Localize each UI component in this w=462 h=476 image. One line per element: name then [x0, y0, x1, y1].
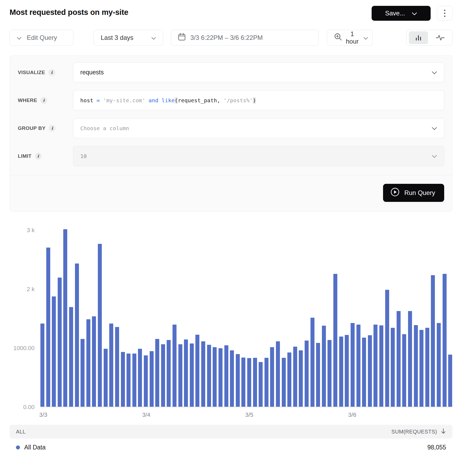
bar[interactable] [144, 355, 148, 407]
interval-select[interactable]: 1 hour [327, 30, 373, 46]
bar[interactable] [132, 354, 136, 407]
info-icon[interactable]: i [35, 153, 42, 160]
bar[interactable] [276, 341, 280, 407]
y-tick-label: 2 k [27, 286, 40, 293]
y-tick-label: 0.00 [23, 404, 40, 411]
bar[interactable] [150, 351, 154, 407]
bar[interactable] [299, 350, 303, 407]
bar[interactable] [224, 345, 228, 407]
bar[interactable] [373, 325, 377, 407]
bar[interactable] [127, 354, 131, 407]
bar[interactable] [230, 350, 234, 407]
series-color-dot [16, 445, 20, 449]
bar[interactable] [351, 323, 355, 407]
bar[interactable] [104, 349, 108, 407]
bar[interactable] [98, 244, 102, 407]
limit-field[interactable]: 10 [73, 146, 444, 166]
bar[interactable] [259, 362, 263, 407]
table-row[interactable]: All Data 98,055 [10, 439, 452, 456]
bar[interactable] [241, 358, 245, 407]
bar[interactable] [391, 328, 395, 407]
bar[interactable] [58, 278, 62, 407]
bar[interactable] [86, 319, 90, 407]
chevron-down-icon [412, 10, 417, 17]
bar[interactable] [305, 341, 309, 407]
bar[interactable] [327, 340, 331, 407]
limit-row: LIMIT i 10 [18, 146, 444, 166]
bar[interactable] [75, 264, 79, 407]
bar-chart-toggle[interactable] [409, 31, 428, 44]
bar[interactable] [63, 229, 67, 407]
bar[interactable] [138, 349, 142, 407]
bar[interactable] [345, 335, 349, 407]
group-by-field[interactable]: Choose a column [73, 118, 444, 138]
info-icon[interactable]: i [40, 97, 47, 104]
chevron-down-icon [432, 152, 437, 160]
bar[interactable] [167, 340, 171, 407]
bar[interactable] [425, 328, 429, 407]
bar[interactable] [402, 334, 406, 407]
bar[interactable] [443, 274, 447, 407]
bar[interactable] [448, 355, 452, 407]
bar[interactable] [264, 358, 268, 407]
where-field[interactable]: host = 'my-site.com' and like(request_pa… [73, 90, 444, 110]
bar[interactable] [173, 325, 177, 407]
sum-column-header[interactable]: SUM(REQUESTS) [391, 428, 446, 435]
visualize-field[interactable]: requests [73, 62, 444, 82]
bar[interactable] [408, 311, 412, 407]
bar[interactable] [437, 323, 441, 407]
bar[interactable] [397, 311, 401, 407]
bar[interactable] [310, 318, 314, 407]
save-button[interactable]: Save... [372, 6, 431, 21]
series-cell: All Data [16, 444, 46, 451]
bar[interactable] [322, 326, 326, 407]
bar[interactable] [356, 325, 360, 407]
bar[interactable] [362, 338, 366, 407]
bar[interactable] [293, 347, 297, 407]
bar[interactable] [414, 325, 418, 407]
bar[interactable] [92, 316, 96, 407]
bar[interactable] [155, 339, 159, 407]
bar[interactable] [52, 296, 56, 407]
bar[interactable] [431, 275, 435, 407]
bar[interactable] [46, 248, 50, 407]
bar[interactable] [213, 347, 217, 407]
info-icon[interactable]: i [48, 69, 55, 76]
bar[interactable] [339, 337, 343, 407]
line-chart-toggle[interactable] [431, 31, 450, 44]
bar[interactable] [419, 330, 423, 407]
bar[interactable] [201, 341, 205, 407]
bar[interactable] [219, 348, 222, 407]
bar[interactable] [379, 325, 383, 407]
bar[interactable] [109, 324, 113, 407]
bar[interactable] [115, 327, 119, 407]
limit-label: LIMIT [18, 153, 32, 159]
bar[interactable] [69, 307, 73, 407]
bar[interactable] [385, 290, 389, 407]
bar[interactable] [368, 335, 372, 407]
run-query-button[interactable]: Run Query [383, 184, 444, 202]
kebab-menu-button[interactable] [437, 6, 452, 21]
bar[interactable] [184, 339, 188, 407]
bar[interactable] [333, 274, 337, 407]
date-range-button[interactable]: 3/3 6:22PM – 3/6 6:22PM [171, 30, 319, 46]
bar[interactable] [287, 352, 291, 407]
bar[interactable] [81, 339, 85, 407]
bar[interactable] [195, 335, 199, 407]
bar[interactable] [190, 343, 194, 407]
limit-value: 10 [80, 153, 87, 159]
bar[interactable] [121, 352, 125, 407]
bar[interactable] [178, 344, 182, 407]
bar[interactable] [161, 344, 165, 407]
time-range-select[interactable]: Last 3 days [94, 30, 163, 46]
bar[interactable] [207, 345, 211, 407]
edit-query-button[interactable]: Edit Query [10, 30, 73, 46]
bar[interactable] [270, 347, 274, 407]
bar[interactable] [253, 358, 257, 407]
info-icon[interactable]: i [49, 125, 56, 132]
bar[interactable] [40, 324, 44, 407]
bar[interactable] [236, 354, 240, 407]
bar[interactable] [282, 358, 286, 407]
bar[interactable] [316, 343, 320, 407]
bar[interactable] [247, 358, 251, 407]
